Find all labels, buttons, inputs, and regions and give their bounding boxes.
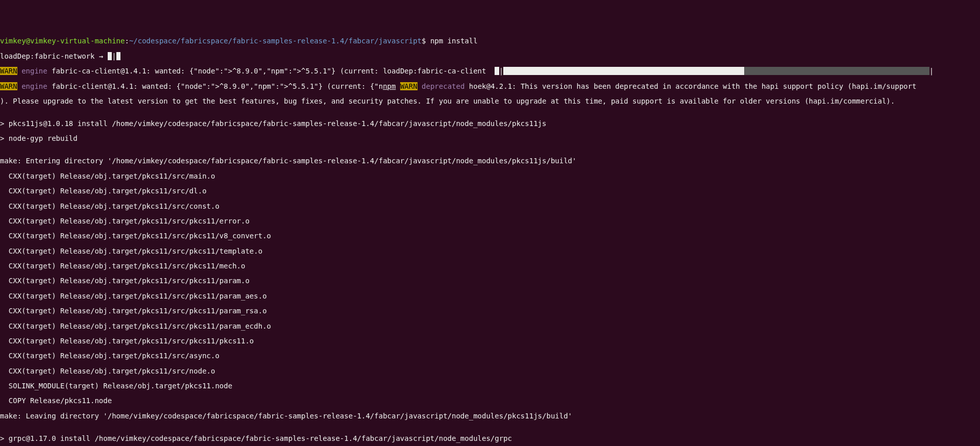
prompt-line: vimkey@vimkey-virtual-machine:~/codespac… [0, 37, 980, 45]
cxx-line: CXX(target) Release/obj.target/pkcs11/sr… [0, 187, 980, 195]
user-host: vimkey@vimkey-virtual-machine [0, 37, 125, 45]
cxx-line: CXX(target) Release/obj.target/pkcs11/sr… [0, 262, 980, 270]
command: npm install [426, 37, 477, 45]
grpc-install: > grpc@1.17.0 install /home/vimkey/codes… [0, 435, 980, 442]
make-enter: make: Entering directory '/home/vimkey/c… [0, 157, 980, 165]
cxx-line: CXX(target) Release/obj.target/pkcs11/sr… [0, 292, 980, 300]
warn-badge: WARN [400, 82, 418, 90]
node-gyp: > node-gyp rebuild [0, 135, 980, 142]
warn-line-2-cont: ). Please upgrade to the latest version … [0, 97, 980, 105]
warn-badge: WARN [0, 67, 17, 75]
pkcs-install: > pkcs11js@1.0.18 install /home/vimkey/c… [0, 120, 980, 128]
cxx-line: CXX(target) Release/obj.target/pkcs11/sr… [0, 323, 980, 330]
cxx-line: CXX(target) Release/obj.target/pkcs11/sr… [0, 277, 980, 285]
cxx-line: CXX(target) Release/obj.target/pkcs11/sr… [0, 172, 980, 180]
cxx-line: CXX(target) Release/obj.target/pkcs11/sr… [0, 217, 980, 225]
make-leave: make: Leaving directory '/home/vimkey/co… [0, 412, 980, 420]
cxx-line: CXX(target) Release/obj.target/pkcs11/sr… [0, 232, 980, 240]
cxx-line: CXX(target) Release/obj.target/pkcs11/sr… [0, 367, 980, 375]
cxx-line: CXX(target) Release/obj.target/pkcs11/sr… [0, 337, 980, 345]
cxx-line: CXX(target) Release/obj.target/pkcs11/sr… [0, 352, 980, 360]
copy-line: COPY Release/pkcs11.node [0, 397, 980, 405]
terminal-output[interactable]: vimkey@vimkey-virtual-machine:~/codespac… [0, 30, 980, 446]
cxx-line: CXX(target) Release/obj.target/pkcs11/sr… [0, 307, 980, 315]
solink-line: SOLINK_MODULE(target) Release/obj.target… [0, 382, 980, 390]
loaddep-line: loadDep:fabric-network → | [0, 53, 980, 60]
warn-badge: WARN [0, 82, 17, 90]
warn-line-2: WARN engine fabric-client@1.4.1: wanted:… [0, 83, 980, 90]
cxx-line: CXX(target) Release/obj.target/pkcs11/sr… [0, 247, 980, 255]
cxx-line: CXX(target) Release/obj.target/pkcs11/sr… [0, 203, 980, 210]
cwd: ~/codespace/fabricspace/fabric-samples-r… [129, 37, 422, 45]
warn-line-1: WARN engine fabric-ca-client@1.4.1: want… [0, 67, 980, 75]
